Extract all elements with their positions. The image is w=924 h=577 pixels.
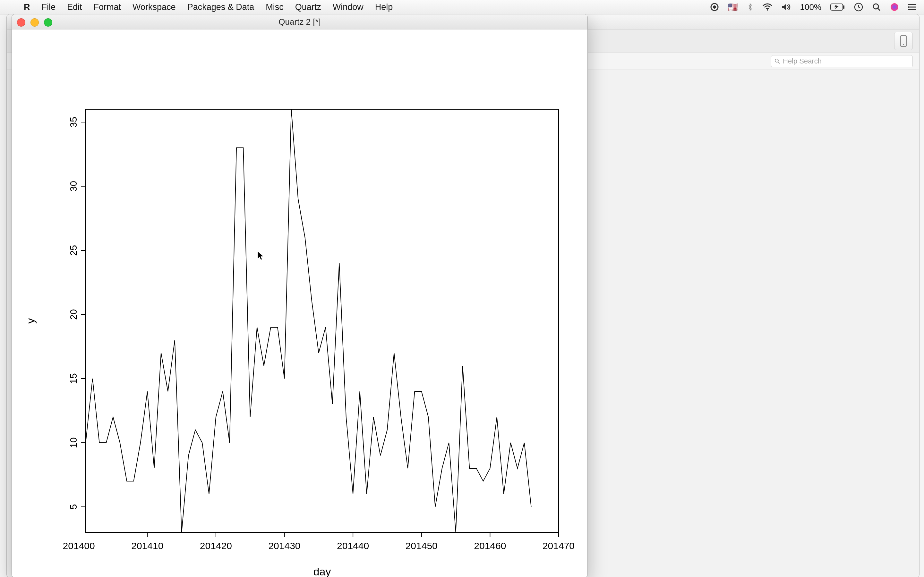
notification-center-icon[interactable]: [908, 3, 916, 11]
quartz-minimize-button[interactable]: [31, 18, 39, 27]
svg-line-28: [778, 62, 780, 63]
y-tick-label: 25: [68, 245, 79, 255]
siri-icon[interactable]: [890, 3, 899, 11]
quartz-title: Quartz 2 [*]: [278, 17, 321, 27]
menu-workspace[interactable]: Workspace: [127, 2, 182, 12]
x-tick-label: 201400: [63, 540, 95, 551]
mac-menubar: R File Edit Format Workspace Packages & …: [0, 0, 924, 15]
svg-point-12: [908, 4, 909, 5]
help-search-field[interactable]: Help Search: [771, 55, 913, 67]
svg-point-1: [713, 5, 716, 9]
menu-packages-data[interactable]: Packages & Data: [182, 2, 260, 12]
quartz-plot-window: Quartz 2 [*] 510152025303520140020141020…: [11, 14, 588, 577]
svg-rect-4: [843, 5, 845, 9]
plot-series-line: [86, 109, 531, 532]
svg-point-27: [775, 59, 779, 62]
menu-help[interactable]: Help: [369, 2, 399, 12]
menu-file[interactable]: File: [36, 2, 61, 12]
spotlight-icon[interactable]: [872, 3, 881, 11]
x-tick-label: 201450: [405, 540, 438, 551]
y-tick-label: 35: [68, 117, 79, 127]
x-tick-label: 201420: [200, 540, 232, 551]
svg-point-6: [873, 4, 879, 9]
battery-icon[interactable]: [830, 3, 845, 11]
menu-edit[interactable]: Edit: [61, 2, 88, 12]
app-name[interactable]: R: [18, 2, 36, 12]
plot-border: [86, 109, 559, 532]
battery-percent: 100%: [800, 2, 822, 12]
y-tick-label: 5: [68, 504, 79, 510]
svg-point-13: [908, 6, 909, 8]
timemachine-icon[interactable]: [854, 3, 863, 11]
svg-point-14: [908, 9, 909, 10]
y-tick-label: 30: [68, 181, 79, 191]
x-tick-label: 201460: [474, 540, 506, 551]
x-tick-label: 201470: [543, 540, 575, 551]
x-tick-label: 201430: [268, 540, 300, 551]
quartz-zoom-button[interactable]: [44, 18, 52, 27]
svg-point-2: [767, 9, 768, 11]
wifi-icon[interactable]: [762, 3, 772, 11]
svg-line-7: [878, 8, 880, 11]
menu-quartz[interactable]: Quartz: [289, 2, 327, 12]
x-tick-label: 201410: [131, 540, 163, 551]
x-tick-label: 201440: [337, 540, 369, 551]
y-tick-label: 20: [68, 309, 79, 319]
menu-format[interactable]: Format: [88, 2, 127, 12]
svg-point-8: [891, 3, 898, 11]
menubar-left: R File Edit Format Workspace Packages & …: [0, 2, 399, 12]
y-axis-label: y: [24, 318, 37, 324]
toolbar-device-icon[interactable]: [894, 32, 913, 50]
quartz-titlebar[interactable]: Quartz 2 [*]: [12, 15, 588, 29]
plot-canvas: 5101520253035201400201410201420201430201…: [12, 29, 588, 577]
input-flag-icon[interactable]: 🇺🇸: [728, 2, 738, 12]
menubar-right: 🇺🇸 100%: [710, 2, 924, 12]
bluetooth-icon[interactable]: [747, 3, 753, 11]
quartz-close-button[interactable]: [17, 18, 25, 27]
x-axis-label: day: [313, 566, 331, 577]
record-icon[interactable]: [710, 3, 719, 11]
help-search-placeholder: Help Search: [783, 57, 822, 65]
menu-window[interactable]: Window: [327, 2, 369, 12]
y-tick-label: 15: [68, 373, 79, 384]
svg-point-26: [903, 44, 904, 45]
volume-icon[interactable]: [782, 3, 791, 11]
y-tick-label: 10: [68, 437, 79, 448]
menu-misc[interactable]: Misc: [260, 2, 289, 12]
